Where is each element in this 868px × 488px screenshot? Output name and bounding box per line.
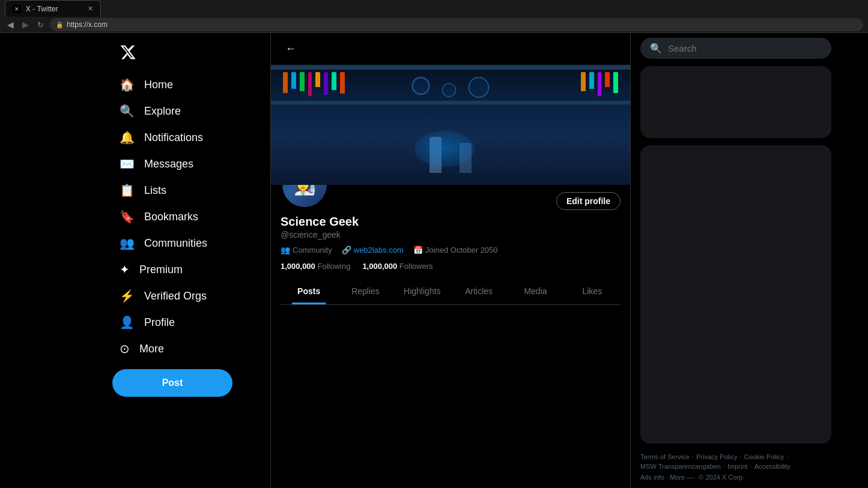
sidebar-item-lists[interactable]: 📋 Lists (112, 177, 263, 203)
profile-tabs: Posts Replies Highlights Articles Media … (281, 278, 621, 305)
right-sidebar: 🔍 Terms of Service · Privacy Policy · Co… (631, 33, 841, 488)
browser-tab-active[interactable]: ✕ X - Twitter ✕ (5, 0, 101, 17)
edit-profile-button[interactable]: Edit profile (556, 192, 621, 210)
footer-link-msw[interactable]: MSW Transparenzangaben (640, 463, 721, 470)
profile-section: 👩‍🔬 Edit profile Science Geek @science_g… (271, 185, 630, 305)
tab-posts[interactable]: Posts (281, 278, 337, 304)
footer-link-cookie[interactable]: Cookie Policy (744, 453, 785, 460)
sidebar-item-notifications[interactable]: 🔔 Notifications (112, 124, 263, 151)
tab-close-icon[interactable]: ✕ (88, 5, 93, 13)
profile-handle: @science_geek (281, 230, 621, 239)
back-nav-button[interactable]: ◀ (5, 19, 16, 31)
forward-nav-button[interactable]: ▶ (20, 19, 31, 31)
sidebar-label-verified-orgs: Verified Orgs (144, 290, 207, 303)
sidebar-item-home[interactable]: 🏠 Home (112, 71, 263, 98)
tab-replies[interactable]: Replies (337, 278, 393, 304)
tab-title: X - Twitter (26, 5, 58, 13)
sidebar-item-profile[interactable]: 👤 Profile (112, 309, 263, 336)
notifications-icon: 🔔 (120, 130, 135, 145)
search-input[interactable] (668, 43, 822, 53)
refresh-nav-button[interactable]: ↻ (35, 19, 46, 31)
sidebar-label-explore: Explore (144, 105, 181, 118)
calendar-icon: 📅 (413, 246, 423, 255)
tab-highlights[interactable]: Highlights (394, 278, 451, 304)
sidebar-label-premium: Premium (139, 264, 183, 276)
followers-stat[interactable]: 1,000,000 Followers (362, 262, 432, 271)
footer-copyright: © 2024 X Corp. (699, 474, 744, 481)
profile-meta: 👥 Community 🔗 web2labs.com 📅 Joined Octo… (281, 246, 621, 255)
sidebar-label-lists: Lists (144, 184, 166, 197)
home-icon: 🏠 (120, 77, 135, 92)
search-box[interactable]: 🔍 (640, 38, 831, 59)
x-logo[interactable] (112, 38, 263, 69)
nav-bar: ◀ ▶ ↻ 🔒 https://x.com (0, 17, 868, 32)
profile-icon: 👤 (120, 315, 135, 330)
center-column: ← (270, 33, 631, 488)
following-count: 1,000,000 (281, 262, 315, 271)
sidebar-item-verified-orgs[interactable]: ⚡ Verified Orgs (112, 283, 263, 309)
sidebar-item-communities[interactable]: 👥 Communities (112, 230, 263, 256)
sidebar-label-notifications: Notifications (144, 131, 203, 144)
sidebar-label-communities: Communities (144, 237, 207, 250)
tab-bar: ✕ X - Twitter ✕ (0, 0, 868, 17)
banner-background (271, 65, 630, 185)
tab-media[interactable]: Media (507, 278, 563, 304)
sidebar-label-more: More (139, 343, 164, 355)
tab-favicon: ✕ (13, 5, 21, 13)
sidebar-item-explore[interactable]: 🔍 Explore (112, 98, 263, 124)
following-stat[interactable]: 1,000,000 Following (281, 262, 350, 271)
back-bar: ← (271, 33, 630, 65)
sidebar-label-messages: Messages (144, 158, 193, 170)
sidebar-label-bookmarks: Bookmarks (144, 211, 198, 223)
left-sidebar: 🏠 Home 🔍 Explore 🔔 Notifications ✉️ Mess… (105, 33, 270, 488)
verified-orgs-icon: ⚡ (120, 289, 135, 303)
footer-link-imprint[interactable]: Imprint (727, 463, 748, 470)
posts-content (271, 305, 630, 485)
footer-link-ads[interactable]: Ads info (640, 474, 664, 481)
meta-joined: 📅 Joined October 2050 (413, 246, 498, 255)
tab-likes[interactable]: Likes (564, 278, 621, 304)
url-text: https://x.com (67, 20, 108, 29)
footer-link-privacy[interactable]: Privacy Policy (696, 453, 737, 460)
url-bar[interactable]: 🔒 https://x.com (50, 18, 863, 31)
lock-icon: 🔒 (56, 22, 63, 28)
avatar-and-actions: 👩‍🔬 Edit profile (281, 185, 621, 210)
sidebar-item-messages[interactable]: ✉️ Messages (112, 151, 263, 177)
right-card-2 (640, 145, 831, 444)
browser-chrome: ✕ X - Twitter ✕ ◀ ▶ ↻ 🔒 https://x.com (0, 0, 868, 33)
profile-display-name: Science Geek (281, 215, 621, 229)
community-icon: 👥 (281, 246, 290, 255)
footer-link-terms[interactable]: Terms of Service (640, 453, 690, 460)
premium-icon: ✦ (120, 262, 130, 277)
meta-website[interactable]: 🔗 web2labs.com (342, 246, 404, 255)
followers-count: 1,000,000 (362, 262, 397, 271)
back-arrow-icon: ← (285, 43, 296, 55)
sidebar-item-bookmarks[interactable]: 🔖 Bookmarks (112, 203, 263, 230)
following-label: Following (317, 262, 350, 271)
communities-icon: 👥 (120, 236, 135, 250)
search-icon: 🔍 (650, 43, 662, 54)
lists-icon: 📋 (120, 183, 135, 197)
footer-link-accessibility[interactable]: Accessibility (754, 463, 791, 470)
post-button[interactable]: Post (112, 369, 232, 397)
messages-icon: ✉️ (120, 157, 135, 171)
tab-articles[interactable]: Articles (451, 278, 507, 304)
profile-stats: 1,000,000 Following 1,000,000 Followers (281, 262, 621, 271)
footer-link-more[interactable]: More — (670, 474, 693, 481)
more-icon: ⊙ (120, 342, 130, 356)
profile-banner (271, 65, 630, 185)
followers-label: Followers (399, 262, 433, 271)
bookmarks-icon: 🔖 (120, 209, 135, 224)
sidebar-item-premium[interactable]: ✦ Premium (112, 256, 263, 283)
main-content: 🏠 Home 🔍 Explore 🔔 Notifications ✉️ Mess… (0, 33, 868, 488)
back-button[interactable]: ← (281, 38, 301, 60)
sidebar-label-profile: Profile (144, 316, 175, 329)
meta-community: 👥 Community (281, 246, 332, 255)
link-icon: 🔗 (342, 246, 351, 255)
right-card-1 (640, 66, 831, 138)
explore-icon: 🔍 (120, 104, 135, 118)
sidebar-label-home: Home (144, 79, 173, 91)
sidebar-item-more[interactable]: ⊙ More (112, 336, 263, 362)
footer-links: Terms of Service · Privacy Policy · Cook… (640, 451, 831, 483)
